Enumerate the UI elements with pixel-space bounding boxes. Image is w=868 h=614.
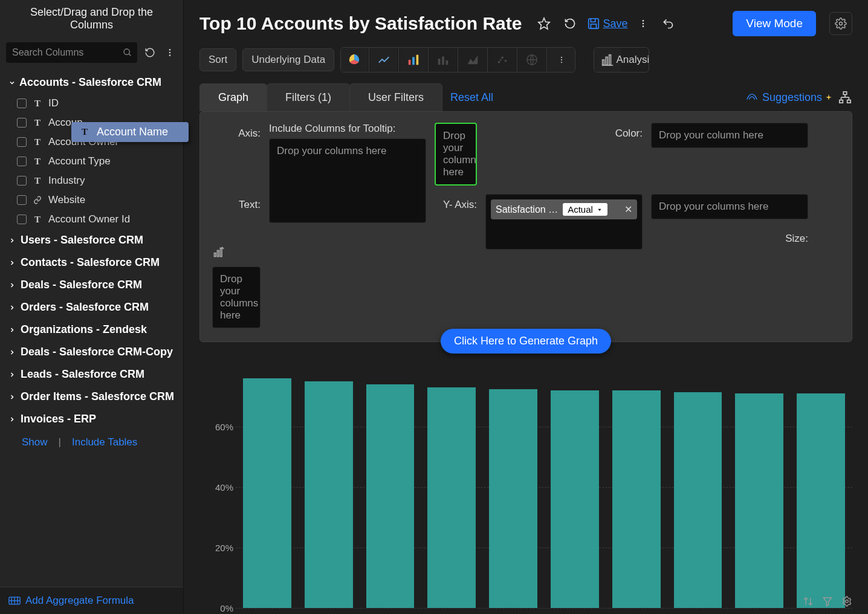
hierarchy-icon[interactable] [838, 91, 852, 104]
sort-button[interactable]: Sort [199, 48, 236, 71]
header-more-button[interactable] [636, 15, 650, 32]
pie-chart-icon[interactable] [341, 48, 368, 72]
chevron-right-icon [8, 371, 16, 378]
checkbox[interactable] [17, 99, 27, 108]
yaxis-mode-select[interactable]: Actual [563, 203, 607, 216]
bar[interactable] [735, 393, 783, 608]
checkbox[interactable] [17, 215, 27, 224]
bar-slot: Gas Depot [612, 366, 661, 608]
yaxis-chip[interactable]: Satisfaction … Actual ✕ [491, 199, 637, 219]
bar-chart-icon[interactable] [400, 48, 427, 72]
field-label: Industry [48, 175, 85, 187]
checkbox[interactable] [17, 176, 27, 186]
svg-point-16 [840, 22, 843, 25]
collapsed-group[interactable]: Deals - Salesforce CRM-Copy [0, 341, 183, 363]
search-input[interactable] [6, 42, 137, 63]
search-columns[interactable] [6, 42, 137, 63]
bar[interactable] [427, 387, 476, 608]
yaxis-dropzone[interactable]: Satisfaction … Actual ✕ [485, 194, 643, 250]
xaxis-dropzone[interactable]: Drop your column here [435, 123, 477, 186]
settings-footer-icon[interactable] [841, 596, 852, 607]
favorite-button[interactable] [535, 15, 553, 33]
checkbox[interactable] [17, 195, 27, 205]
chart-type-more-icon[interactable] [548, 48, 575, 72]
column-field[interactable]: TAccount Owner Id [0, 210, 183, 229]
add-aggregate-formula-link[interactable]: Add Aggregate Formula [25, 595, 134, 607]
refresh-button[interactable] [562, 15, 578, 32]
checkbox[interactable] [17, 137, 27, 147]
svg-point-28 [561, 57, 562, 58]
sort-footer-icon[interactable] [803, 596, 814, 607]
tooltip-dropzone[interactable]: Drop your columns here [269, 138, 426, 223]
yaxis-chip-label: Satisfaction … [496, 204, 558, 215]
bar[interactable] [366, 384, 415, 608]
tab-user-filters[interactable]: User Filters [349, 83, 442, 111]
column-field[interactable]: TID [0, 94, 183, 113]
analysis-button[interactable]: Analysis [622, 48, 649, 72]
collapsed-group[interactable]: Order Items - Salesforce CRM [0, 386, 183, 408]
checkbox[interactable] [17, 118, 27, 128]
bar[interactable] [674, 392, 722, 609]
collapsed-group[interactable]: Orders - Salesforce CRM [0, 296, 183, 318]
column-field[interactable]: TIndustry [0, 171, 183, 190]
collapsed-group[interactable]: Contacts - Salesforce CRM [0, 251, 183, 274]
map-chart-icon[interactable] [519, 48, 545, 72]
collapsed-group[interactable]: Leads - Salesforce CRM [0, 363, 183, 386]
bar[interactable] [551, 390, 599, 608]
tab-graph[interactable]: Graph [199, 83, 267, 111]
svg-rect-31 [603, 60, 604, 65]
view-mode-button[interactable]: View Mode [733, 11, 816, 36]
collapsed-group[interactable]: Users - Salesforce CRM [0, 229, 183, 251]
collapsed-group[interactable]: Organizations - Zendesk [0, 318, 183, 341]
column-field[interactable]: TAccount Type [0, 152, 183, 171]
svg-point-26 [500, 59, 502, 61]
chevron-right-icon [8, 416, 16, 423]
remove-chip-icon[interactable]: ✕ [624, 204, 632, 215]
stacked-bar-icon[interactable] [430, 48, 456, 72]
tab-filters[interactable]: Filters (1) [267, 83, 350, 111]
group-label: Users - Salesforce CRM [21, 234, 143, 247]
filter-footer-icon[interactable] [822, 596, 833, 607]
svg-point-14 [643, 23, 644, 25]
reset-all-link[interactable]: Reset All [450, 91, 493, 104]
group-accounts[interactable]: Accounts - Salesforce CRM [0, 71, 183, 94]
column-field[interactable]: Website [0, 190, 183, 210]
suggestions-label: Suggestions [762, 91, 822, 104]
area-chart-icon[interactable] [459, 48, 486, 72]
yaxis-sort-icon[interactable] [212, 228, 261, 258]
columns-more-button[interactable] [163, 45, 177, 60]
collapsed-group[interactable]: Deals - Salesforce CRM [0, 274, 183, 296]
chart-type-picker [340, 47, 575, 73]
text-dropzone[interactable]: Drop your columns here [651, 194, 808, 219]
chevron-right-icon [8, 282, 16, 289]
underlying-data-button[interactable]: Underlying Data [242, 48, 334, 71]
bar[interactable] [305, 381, 353, 608]
save-button[interactable]: Save [587, 17, 627, 30]
scatter-chart-icon[interactable] [489, 48, 516, 72]
bar[interactable] [243, 378, 291, 608]
collapsed-group[interactable]: Invoices - ERP [0, 408, 183, 430]
y-tick: 0% [220, 603, 233, 613]
include-tables-link[interactable]: Include Tables [72, 436, 137, 448]
checkbox[interactable] [17, 157, 27, 166]
undo-button[interactable] [659, 15, 677, 32]
text-type-icon: T [33, 176, 42, 186]
main-panel: Top 10 Accounts by Satisfaction Rate Sav… [184, 0, 868, 614]
refresh-columns-button[interactable] [142, 45, 158, 60]
line-chart-icon[interactable] [371, 48, 397, 72]
color-dropzone[interactable]: Drop your column here [651, 123, 808, 148]
bar-slot: Anthony's [797, 366, 845, 608]
settings-button[interactable] [829, 12, 852, 35]
bar[interactable] [797, 393, 845, 608]
group-label: Orders - Salesforce CRM [21, 301, 149, 314]
text-type-icon: T [33, 157, 42, 167]
show-link[interactable]: Show [22, 436, 48, 448]
size-dropzone[interactable]: Drop your columns here [212, 267, 261, 328]
tooltip-label: Include Columns for Tooltip: [269, 123, 426, 135]
suggestions-link[interactable]: Suggestions [745, 91, 832, 104]
chevron-right-icon [8, 393, 16, 401]
bar[interactable] [612, 390, 661, 608]
generate-graph-button[interactable]: Click Here to Generate Graph [441, 329, 611, 354]
chevron-right-icon [8, 304, 16, 311]
bar[interactable] [489, 389, 537, 609]
